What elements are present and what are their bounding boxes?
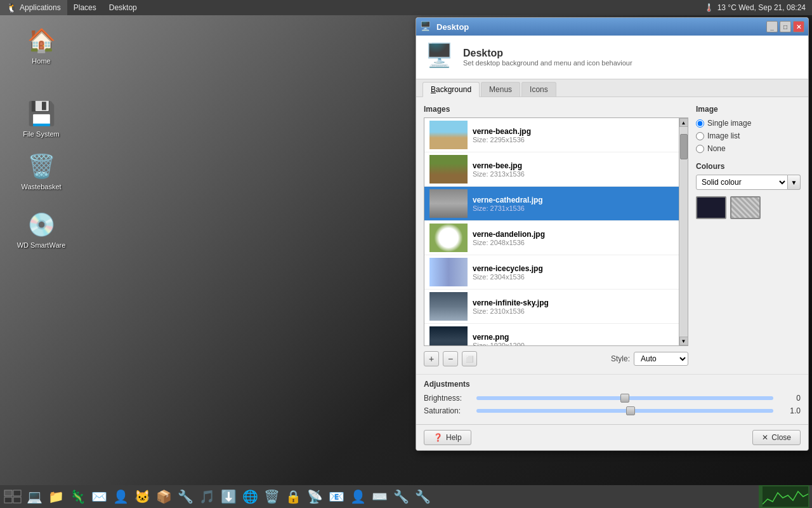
taskbar-lock[interactable]: 🔒 <box>283 486 303 507</box>
radio-list-label: Image list <box>707 131 740 140</box>
top-panel: 🐧 Applications Places Desktop 🌡️ 13 °C W… <box>0 0 812 15</box>
image-size: Size: 2304x1536 <box>473 273 543 281</box>
help-button[interactable]: ❓ Help <box>424 430 471 445</box>
maximize-button[interactable]: □ <box>780 21 791 32</box>
scrollbar-track <box>680 128 688 336</box>
panel-menu-desktop[interactable]: Desktop <box>103 0 143 15</box>
image-item-dandelion[interactable]: verne-dandelion.jpg Size: 2048x1536 <box>424 221 679 255</box>
minimize-button[interactable]: _ <box>766 21 778 32</box>
saturation-label: Saturation: <box>424 406 471 415</box>
image-item-beach[interactable]: verne-beach.jpg Size: 2295x1536 <box>424 118 679 152</box>
taskbar-bluetooth[interactable]: 📡 <box>304 486 325 507</box>
image-name: verne-dandelion.jpg <box>473 230 545 239</box>
add-image-button[interactable]: + <box>424 351 439 366</box>
taskbar-pager[interactable] <box>3 486 23 507</box>
image-item-icecycles[interactable]: verne-icecycles.jpg Size: 2304x1536 <box>424 255 679 290</box>
radio-list-input[interactable] <box>696 132 704 140</box>
help-button-label: Help <box>446 433 462 442</box>
wdsmartware-icon: 💿 <box>26 210 56 240</box>
image-item-info: verne-cathedral.jpg Size: 2731x1536 <box>473 196 543 212</box>
close-titlebar-button[interactable]: ✕ <box>793 21 804 32</box>
close-icon: ✕ <box>762 433 768 442</box>
desktop-icon-home[interactable]: 🏠 Home <box>16 25 67 65</box>
saturation-row: Saturation: 1.0 <box>424 406 801 415</box>
taskbar-browser-icon[interactable]: 🦎 <box>67 486 88 507</box>
colour-type-select[interactable]: Solid colour Gradient <box>696 175 788 190</box>
dialog-header-icon: 🖥️ <box>425 42 455 72</box>
scrollbar-thumb[interactable] <box>680 134 688 159</box>
brightness-value: 0 <box>778 394 801 403</box>
scrollbar-up-button[interactable]: ▲ <box>679 118 688 127</box>
remove-image-button[interactable]: − <box>443 351 458 366</box>
thumb-icecycles <box>429 258 468 286</box>
taskbar-account[interactable]: 👤 <box>348 486 368 507</box>
brightness-label: Brightness: <box>424 394 471 403</box>
image-item-cathedral[interactable]: verne-cathedral.jpg Size: 2731x1536 <box>424 187 679 221</box>
desktop-icon-filesystem[interactable]: 💾 File System <box>16 98 67 138</box>
colour-swatch-pattern[interactable] <box>730 196 761 219</box>
saturation-slider[interactable] <box>476 409 773 413</box>
taskbar-email2[interactable]: 📧 <box>326 486 346 507</box>
images-list[interactable]: verne-beach.jpg Size: 2295x1536 verne-be… <box>424 118 679 345</box>
taskbar-user[interactable]: 👤 <box>110 486 131 507</box>
dialog-content: Images verne-beach.jpg Size: 2295x1536 v… <box>416 97 808 374</box>
taskbar-keyboard[interactable]: ⌨️ <box>369 486 390 507</box>
taskbar-trash[interactable]: 🗑️ <box>261 486 282 507</box>
thumb-bee <box>429 155 468 184</box>
thumb-sky <box>429 292 468 321</box>
image-item-info: verne-dandelion.jpg Size: 2048x1536 <box>473 230 545 246</box>
taskbar-chat[interactable]: 🐱 <box>132 486 152 507</box>
taskbar-sound[interactable]: 🔧 <box>175 486 195 507</box>
image-radio-group: Single image Image list None <box>696 119 801 153</box>
svg-rect-0 <box>4 490 12 496</box>
image-item-sky[interactable]: verne-infinite-sky.jpg Size: 2310x1536 <box>424 290 679 324</box>
svg-rect-2 <box>4 497 12 503</box>
taskbar-network[interactable]: 🌐 <box>240 486 260 507</box>
radio-image-list[interactable]: Image list <box>696 131 801 140</box>
panel-menu-applications[interactable]: 🐧 Applications <box>0 0 67 15</box>
radio-none[interactable]: None <box>696 144 801 153</box>
taskbar-files[interactable]: 📁 <box>46 486 66 507</box>
colour-dropdown-button[interactable]: ▼ <box>788 175 801 190</box>
taskbar-terminal[interactable]: 💻 <box>24 486 44 507</box>
image-item-bee[interactable]: verne-bee.jpg Size: 2313x1536 <box>424 152 679 187</box>
tab-background[interactable]: Background <box>422 82 480 97</box>
taskbar-download[interactable]: ⬇️ <box>218 486 239 507</box>
titlebar-buttons: _ □ ✕ <box>766 21 804 32</box>
panel-menu-group: 🐧 Applications Places Desktop <box>0 0 143 15</box>
image-options-panel: Image Single image Image list None Colou… <box>696 105 801 366</box>
desktop-icon-wdsmartware[interactable]: 💿 WD SmartWare <box>16 210 67 249</box>
saturation-handle[interactable] <box>626 406 635 415</box>
list-scrollbar[interactable]: ▲ ▼ <box>679 118 688 345</box>
images-list-container: verne-beach.jpg Size: 2295x1536 verne-be… <box>424 117 688 346</box>
image-item-png[interactable]: verne.png Size: 1920x1200 <box>424 324 679 345</box>
close-button[interactable]: ✕ Close <box>752 430 801 445</box>
taskbar-settings[interactable]: 🔧 <box>391 486 411 507</box>
tab-icons[interactable]: Icons <box>521 82 556 97</box>
radio-single-image[interactable]: Single image <box>696 119 801 128</box>
taskbar-music[interactable]: 🎵 <box>197 486 217 507</box>
colours-section-label: Colours <box>696 162 801 171</box>
dialog-header-title: Desktop <box>463 48 632 59</box>
radio-none-input[interactable] <box>696 145 704 153</box>
taskbar-mail[interactable]: ✉️ <box>89 486 109 507</box>
image-size: Size: 2731x1536 <box>473 204 543 212</box>
image-size: Size: 2295x1536 <box>473 136 531 144</box>
filesystem-icon-label: File System <box>23 130 59 138</box>
desktop-icon-wastebasket[interactable]: 🗑️ Wastebasket <box>16 151 67 190</box>
image-size: Size: 2048x1536 <box>473 239 545 246</box>
panel-menu-places[interactable]: Places <box>67 0 103 15</box>
clear-image-button[interactable]: ⬜ <box>462 351 477 366</box>
brightness-slider[interactable] <box>476 396 773 400</box>
tab-menus[interactable]: Menus <box>481 82 520 97</box>
radio-single-input[interactable] <box>696 119 704 128</box>
taskbar-settings2[interactable]: 🔧 <box>412 486 433 507</box>
style-select[interactable]: Auto Centered Tiled Stretched Scaled Zoo… <box>634 352 688 366</box>
scrollbar-down-button[interactable]: ▼ <box>679 337 688 345</box>
taskbar-package[interactable]: 📦 <box>154 486 174 507</box>
image-item-info: verne-beach.jpg Size: 2295x1536 <box>473 127 531 144</box>
colour-swatch-dark[interactable] <box>696 196 726 219</box>
dialog-title: Desktop <box>436 22 469 32</box>
dialog-header: 🖥️ Desktop Set desktop background and me… <box>416 36 808 79</box>
brightness-handle[interactable] <box>620 394 629 403</box>
